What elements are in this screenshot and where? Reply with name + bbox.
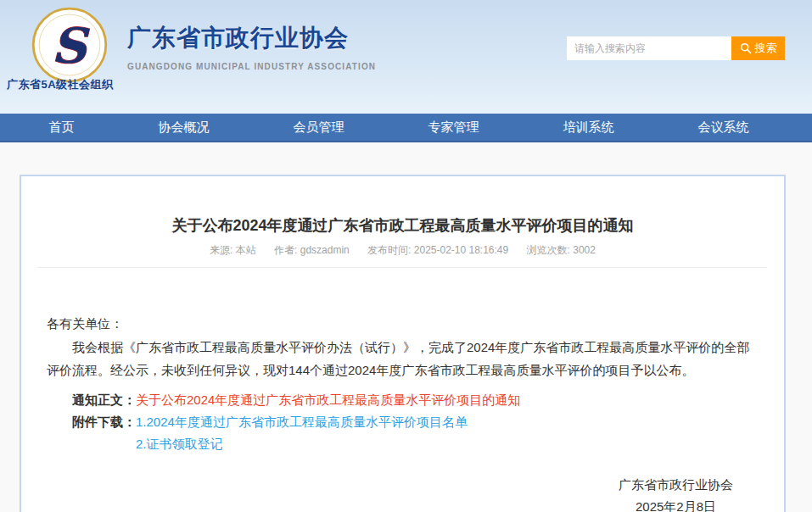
notice-row: 通知正文：关于公布2024年度通过广东省市政工程最高质量水平评价项目的通知 (47, 389, 759, 411)
nav-item-meetings[interactable]: 会议系统 (686, 113, 761, 142)
signature-date: 2025年2月8日 (636, 496, 716, 512)
attachment-row-2: 2.证书领取登记 (47, 433, 759, 455)
attachment-row-1: 附件下载：1.2024年度通过广东省市政工程最高质量水平评价项目名单 (47, 411, 759, 433)
article-title: 关于公布2024年度通过广东省市政工程最高质量水平评价项目的通知 (21, 215, 784, 236)
site-subtitle: GUANGDONG MUNICIPAL INDUSTRY ASSOCIATION (127, 62, 376, 71)
site-title: 广东省市政行业协会 (127, 22, 376, 54)
meta-divider (38, 267, 767, 268)
main-area: 关于公布2024年度通过广东省市政工程最高质量水平评价项目的通知 来源: 本站 … (0, 175, 812, 512)
article-card: 关于公布2024年度通过广东省市政工程最高质量水平评价项目的通知 来源: 本站 … (20, 175, 786, 512)
meta-views: 浏览次数: 3002 (527, 244, 596, 256)
badge-5a-organization: 广东省5A级社会组织 (7, 77, 114, 92)
meta-author: 作者: gdszadmin (274, 244, 350, 256)
attachment-link-1[interactable]: 1.2024年度通过广东省市政工程最高质量水平评价项目名单 (136, 415, 468, 429)
nav-item-home[interactable]: 首页 (37, 113, 87, 142)
attachment-label: 附件下载： (72, 415, 136, 429)
main-nav: 首页 协会概况 会员管理 专家管理 培训系统 会议系统 (0, 114, 812, 142)
search-bar: 搜索 (567, 36, 785, 60)
nav-item-members[interactable]: 会员管理 (282, 113, 356, 142)
signature-org: 广东省市政行业协会 (619, 474, 733, 496)
article-body: 各有关单位： 我会根据《广东省市政工程最高质量水平评价办法（试行）》，完成了20… (21, 312, 784, 455)
site-header: S 广东省5A级社会组织 广东省市政行业协会 GUANGDONG MUNICIP… (0, 0, 812, 114)
association-logo-icon: S (31, 6, 109, 84)
notice-link[interactable]: 关于公布2024年度通过广东省市政工程最高质量水平评价项目的通知 (136, 392, 520, 407)
meta-source: 来源: 本站 (210, 244, 256, 256)
search-icon (740, 42, 752, 54)
nav-item-experts[interactable]: 专家管理 (417, 113, 491, 142)
search-input[interactable] (567, 36, 731, 60)
page: S 广东省5A级社会组织 广东省市政行业协会 GUANGDONG MUNICIP… (0, 0, 812, 512)
notice-label: 通知正文： (72, 392, 136, 407)
search-button-label: 搜索 (755, 41, 777, 56)
article-paragraph: 我会根据《广东省市政工程最高质量水平评价办法（试行）》，完成了2024年度广东省… (47, 336, 759, 381)
search-button[interactable]: 搜索 (731, 36, 785, 60)
salutation: 各有关单位： (47, 312, 759, 335)
svg-text:S: S (51, 17, 90, 74)
nav-item-about[interactable]: 协会概况 (147, 113, 221, 142)
association-logo[interactable]: S (31, 6, 109, 84)
article-meta: 来源: 本站 作者: gdszadmin 发布时间: 2025-02-10 18… (21, 243, 784, 258)
signature-block: 广东省市政行业协会 2025年2月8日 (619, 474, 733, 512)
attachment-link-2[interactable]: 2.证书领取登记 (136, 437, 223, 451)
meta-publish-time: 发布时间: 2025-02-10 18:16:49 (367, 244, 508, 256)
brand-block: 广东省市政行业协会 GUANGDONG MUNICIPAL INDUSTRY A… (127, 22, 376, 71)
nav-item-training[interactable]: 培训系统 (552, 113, 626, 142)
